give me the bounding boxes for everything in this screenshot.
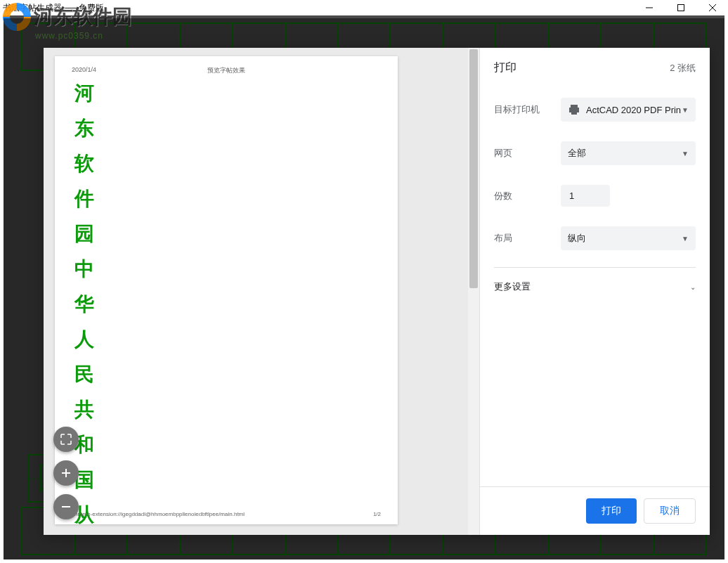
zoom-out-button[interactable] xyxy=(53,494,79,519)
preview-pane: 2020/1/4 预览字帖效果 河 东 软 件 园 中 华 人 民 共 和 国 … xyxy=(44,48,479,535)
print-title: 打印 xyxy=(494,60,516,75)
preview-char: 和 xyxy=(74,432,381,458)
close-button[interactable] xyxy=(696,0,728,15)
minimize-button[interactable] xyxy=(633,0,665,15)
preview-char: 园 xyxy=(74,221,381,247)
scrollbar-thumb[interactable] xyxy=(469,49,478,288)
fullscreen-button[interactable] xyxy=(53,427,79,452)
preview-char: 中 xyxy=(74,256,381,283)
preview-char: 民 xyxy=(74,361,381,388)
more-settings-toggle[interactable]: 更多设置 ⌄ xyxy=(494,267,696,306)
page-date: 2020/1/4 xyxy=(72,66,96,73)
preview-char: 共 xyxy=(74,396,381,423)
preview-char: 人 xyxy=(74,326,381,353)
layout-dropdown[interactable]: 纵向 ▼ xyxy=(561,226,696,250)
preview-chars: 河 东 软 件 园 中 华 人 民 共 和 国 从 xyxy=(74,80,381,529)
preview-page: 2020/1/4 预览字帖效果 河 东 软 件 园 中 华 人 民 共 和 国 … xyxy=(55,56,398,524)
print-button[interactable]: 打印 xyxy=(586,498,637,524)
chevron-down-icon: ▼ xyxy=(682,106,689,114)
fullscreen-icon xyxy=(60,434,72,445)
minus-icon xyxy=(60,501,72,512)
preview-char: 河 xyxy=(74,80,381,107)
page-number: 1/2 xyxy=(373,511,381,517)
print-dialog: 2020/1/4 预览字帖效果 河 东 软 件 园 中 华 人 民 共 和 国 … xyxy=(44,48,710,535)
printer-icon xyxy=(568,103,580,116)
preview-char: 软 xyxy=(74,150,381,177)
destination-label: 目标打印机 xyxy=(494,103,561,116)
chevron-down-icon: ▼ xyxy=(682,150,689,157)
destination-value: ActCAD 2020 PDF Prin xyxy=(586,105,682,115)
preview-scroll[interactable]: 2020/1/4 预览字帖效果 河 东 软 件 园 中 华 人 民 共 和 国 … xyxy=(44,48,468,535)
copies-input[interactable] xyxy=(561,185,610,207)
preview-char: 东 xyxy=(74,115,381,142)
layout-label: 布局 xyxy=(494,232,561,245)
scrollbar[interactable] xyxy=(468,48,479,535)
sheets-count: 2 张纸 xyxy=(670,62,696,75)
chevron-down-icon: ▼ xyxy=(682,235,689,242)
settings-pane: 打印 2 张纸 目标打印机 ActCAD 2020 PDF Prin ▼ 网页 xyxy=(479,48,710,535)
copies-label: 份数 xyxy=(494,190,561,202)
cancel-button[interactable]: 取消 xyxy=(644,498,696,524)
page-header-title: 预览字帖效果 xyxy=(207,66,245,75)
page-footer-url: chrome-extension://igegddadl@hhmoembppll… xyxy=(72,511,245,517)
pages-label: 网页 xyxy=(494,147,561,160)
maximize-button[interactable] xyxy=(665,0,696,15)
svg-rect-1 xyxy=(677,5,684,11)
preview-char: 国 xyxy=(74,467,381,493)
zoom-in-button[interactable] xyxy=(53,460,79,486)
more-settings-label: 更多设置 xyxy=(494,280,531,293)
pages-value: 全部 xyxy=(568,147,682,160)
layout-value: 纵向 xyxy=(568,232,682,245)
preview-char: 华 xyxy=(74,291,381,318)
destination-dropdown[interactable]: ActCAD 2020 PDF Prin ▼ xyxy=(561,98,696,122)
chevron-down-icon: ⌄ xyxy=(690,283,696,291)
preview-char: 件 xyxy=(74,186,381,212)
plus-icon xyxy=(60,467,72,479)
pages-dropdown[interactable]: 全部 ▼ xyxy=(561,141,696,165)
window-controls xyxy=(633,0,728,15)
